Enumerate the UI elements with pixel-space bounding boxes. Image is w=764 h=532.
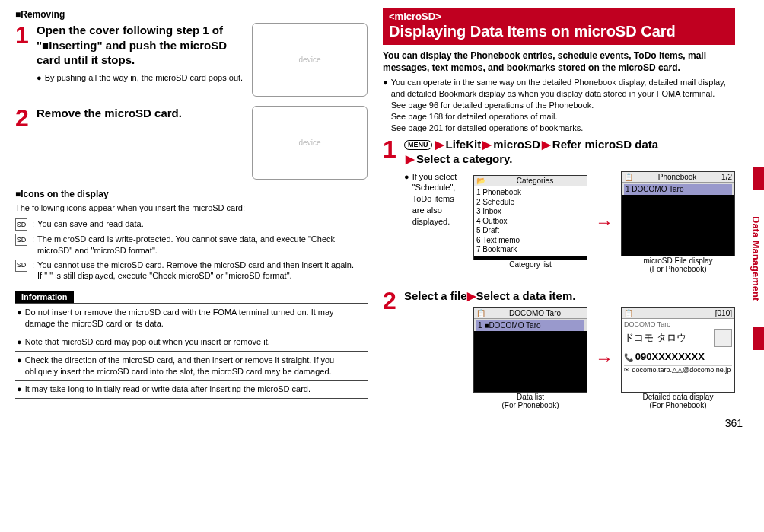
cat-item: 3 Inbox <box>476 207 584 217</box>
note4: See page 201 for detailed operations of … <box>391 123 735 134</box>
step1-title: Open the cover following step 1 of "■Ins… <box>37 23 246 68</box>
colon: : <box>32 218 34 230</box>
detail-caption1: Detailed data display <box>621 393 735 401</box>
removing-heading: ■Removing <box>15 9 368 20</box>
bullet-icon: ● <box>17 336 22 348</box>
data-title: DOCOMO Taro <box>509 309 561 317</box>
screen-file-display: 📋 Phonebook 1/2 1 DOCOMO Taro microSD Fi… <box>621 171 735 273</box>
nav-select-cat: Select a category. <box>416 152 512 165</box>
sd-icon: SD <box>15 218 27 231</box>
nav-path-1: MENU▶LifeKit▶microSD▶Refer microSD data … <box>404 137 735 167</box>
info2-text: Note that microSD card may pop out when … <box>25 336 270 348</box>
nav-sep-icon: ▶ <box>406 152 415 165</box>
banner-sub: <microSD> <box>389 11 729 22</box>
note1: You can operate in the same way on the d… <box>391 77 735 100</box>
data-caption2: (For Phonebook) <box>473 401 587 409</box>
info1-text: Do not insert or remove the microSD card… <box>25 307 366 330</box>
cat-caption: Category list <box>473 260 587 269</box>
file-title-right: 1/2 <box>721 173 732 181</box>
avatar-icon <box>714 329 732 347</box>
cat-item: 7 Bookmark <box>476 245 584 255</box>
sd-protected-icon: SD <box>15 234 27 246</box>
icon2-text: The microSD card is write-protected. You… <box>37 234 368 256</box>
detail-name: ドコモ タロウ <box>624 332 686 344</box>
icons-heading: ■Icons on the display <box>15 189 368 199</box>
bullet-icon: ● <box>383 77 388 133</box>
cat-item: 6 Text memo <box>476 236 584 246</box>
mail-icon: ✉ <box>624 366 630 374</box>
arrow-right-icon: → <box>595 348 613 369</box>
nav-sep-icon: ▶ <box>467 289 476 302</box>
phone-icon: 📞 <box>624 353 633 362</box>
step2-part1: Select a file <box>404 289 467 302</box>
detail-kana: DOCOMO Taro <box>624 320 732 329</box>
nav-microsd: microSD <box>493 138 540 151</box>
info4-text: It may take long to initially read or wr… <box>25 384 310 395</box>
detail-caption2: (For Phonebook) <box>621 401 735 409</box>
right-step-number-2: 2 <box>383 288 400 313</box>
device-illustration-1: device <box>252 23 368 97</box>
nav-sep-icon: ▶ <box>482 138 492 151</box>
right-step-number-1: 1 <box>383 137 400 161</box>
device-illustration-2: device <box>252 106 368 180</box>
note2: See page 96 for detailed operations of t… <box>391 100 735 111</box>
information-box: ●Do not insert or remove the microSD car… <box>15 303 368 399</box>
screen-detail-display: 📋[010] DOCOMO Taro ドコモ タロウ 📞 090XXXXXXXX <box>621 307 735 409</box>
file-title-left: Phonebook <box>658 173 697 181</box>
step2-part2: Select a data item. <box>476 289 576 302</box>
icon3a-text: You cannot use the microSD card. Remove … <box>37 260 354 271</box>
side-tab-bar <box>753 327 764 350</box>
note3: See page 168 for detailed operations of … <box>391 111 735 123</box>
bullet-icon: ● <box>17 307 22 330</box>
right-step1-bullet: If you select "Schedule", ToDo items are… <box>412 171 467 276</box>
nav-sep-icon: ▶ <box>542 138 551 151</box>
colon: : <box>32 260 34 271</box>
screen-category-list: 📂Categories 1 Phonebook 2 Schedule 3 Inb… <box>473 175 587 269</box>
icon1-text: You can save and read data. <box>37 218 144 230</box>
step2-title: Remove the microSD card. <box>37 106 246 121</box>
bullet-icon: ● <box>17 355 22 377</box>
lead-text: You can display the Phonebook entries, s… <box>383 49 735 74</box>
cat-item: 2 Schedule <box>476 198 584 208</box>
arrow-right-icon: → <box>595 212 613 233</box>
data-caption1: Data list <box>473 393 587 401</box>
colon: : <box>32 234 34 245</box>
right-step2-title: Select a file▶Select a data item. <box>404 288 735 304</box>
sd-error-icon: SD <box>15 260 27 272</box>
cat-item: 5 Draft <box>476 226 584 236</box>
bullet-icon: ● <box>17 384 22 395</box>
menu-button-icon: MENU <box>404 140 432 151</box>
file-caption1: microSD File display <box>621 256 735 265</box>
detail-mail: docomo.taro.△△@docomo.ne.jp <box>632 366 731 374</box>
icon3b-text: If " " is still displayed, execute "Chec… <box>37 270 354 282</box>
page-number: 361 <box>725 417 743 429</box>
information-heading: Information <box>15 291 74 303</box>
bullet-icon: ● <box>37 72 42 84</box>
file-item: 1 DOCOMO Taro <box>624 184 732 196</box>
side-tab-label: Data Management <box>750 167 762 350</box>
data-item: 1 ■DOCOMO Taro <box>476 320 584 332</box>
screen-data-list: 📋DOCOMO Taro 1 ■DOCOMO Taro Data list (F… <box>473 307 587 409</box>
detail-phone: 090XXXXXXXX <box>635 351 705 362</box>
file-caption2: (For Phonebook) <box>621 265 735 273</box>
cat-item: 1 Phonebook <box>476 188 584 198</box>
cat-item: 4 Outbox <box>476 217 584 227</box>
nav-sep-icon: ▶ <box>435 138 444 151</box>
step1-bullet-text: By pushing all the way in, the microSD c… <box>45 72 243 84</box>
icons-intro: The following icons appear when you inse… <box>15 202 368 214</box>
feature-banner: <microSD> Displaying Data Items on micro… <box>383 8 735 45</box>
bullet-icon: ● <box>404 171 409 276</box>
banner-main: Displaying Data Items on microSD Card <box>389 22 729 40</box>
info3-text: Check the direction of the microSD card,… <box>25 355 366 377</box>
nav-lifekit: LifeKit <box>446 138 482 151</box>
nav-refer: Refer microSD data <box>552 138 658 151</box>
step-number-1: 1 <box>15 23 32 47</box>
detail-badge: [010] <box>715 309 732 317</box>
screen-cat-title: Categories <box>517 177 553 185</box>
step-number-2: 2 <box>15 106 32 130</box>
